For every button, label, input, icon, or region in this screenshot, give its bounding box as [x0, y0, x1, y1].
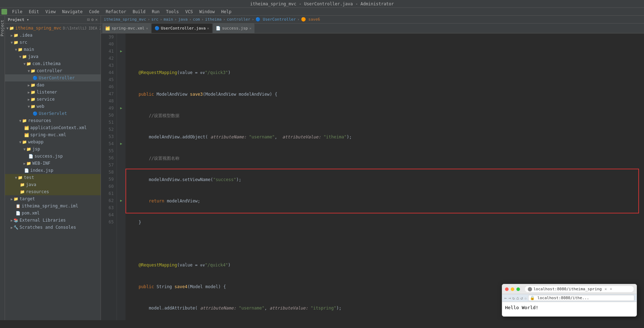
menu-item-edit[interactable]: Edit: [26, 9, 42, 15]
tree-label: com.itheima: [32, 61, 60, 66]
browser-back-btn[interactable]: ←: [504, 296, 507, 301]
tab-success-jsp[interactable]: 📄 success.jsp ✕: [213, 23, 254, 33]
browser-address-bar: ← → ↻ ⌂ ↺ ☆ 🔒 localhost:8080/ithe...: [502, 294, 637, 302]
tree-label: itheima_spring_mvc: [15, 26, 61, 31]
tree-item-dao[interactable]: ▶ 📁 dao: [5, 81, 101, 89]
menu-item-vcs[interactable]: VCS: [182, 9, 196, 15]
menu-item-navigate[interactable]: Navigate: [59, 9, 86, 15]
title-bar: itheima_spring_mvc - UserController.java…: [0, 0, 644, 8]
collapse-all-icon[interactable]: ⊟: [87, 17, 90, 22]
tab-close-success[interactable]: ✕: [249, 26, 251, 30]
line-num-57: 57: [102, 162, 114, 169]
gutter-run-49[interactable]: ▶: [117, 105, 125, 112]
tree-item-test[interactable]: ▼ 📁 test: [5, 174, 101, 181]
menu-item-refactor[interactable]: Refactor: [103, 9, 129, 15]
address-bar-input[interactable]: 🔒 localhost:8080/ithe...: [528, 295, 634, 301]
menu-item-file[interactable]: File: [9, 9, 25, 15]
tree-item-controller[interactable]: ▼ 📁 controller: [5, 67, 101, 74]
java-tab-icon: 🔵: [155, 26, 160, 31]
settings-icon[interactable]: ⚙: [91, 17, 94, 22]
folder-icon: 📁: [22, 54, 27, 59]
browser-minimize-btn[interactable]: [511, 287, 514, 291]
tree-item-jsp-folder[interactable]: ▼ 📁 jsp: [5, 146, 101, 153]
browser-refresh-btn[interactable]: ↺: [520, 296, 523, 301]
test-java-folder-icon: 📁: [20, 182, 25, 187]
tree-item-main[interactable]: ▼ 📁 main: [5, 46, 101, 53]
tree-item-test-java[interactable]: 📁 java: [5, 181, 101, 188]
menu-item-tools[interactable]: Tools: [163, 9, 182, 15]
browser-tab-close[interactable]: ✕: [605, 287, 607, 291]
browser-new-tab[interactable]: +: [610, 287, 612, 291]
breadcrumb-src[interactable]: src: [151, 17, 159, 22]
tree-item-indexjsp[interactable]: 📄 index.jsp: [5, 167, 101, 174]
left-tabs: Project: [0, 16, 5, 320]
code-editor[interactable]: @RequestMapping(value = ⊙∨"/quick3") pub…: [125, 33, 644, 320]
arrow-icon: ▶: [28, 83, 30, 87]
browser-reload-btn[interactable]: ↻: [512, 296, 515, 301]
breadcrumb-com[interactable]: com: [193, 17, 200, 22]
gutter-run-41[interactable]: ▶: [117, 48, 125, 55]
tree-item-com-itheima[interactable]: ▼ 📁 com.itheima: [5, 60, 101, 67]
menu-item-view[interactable]: View: [43, 9, 59, 15]
java-file-icon: 🔵: [33, 76, 38, 80]
menu-item-help[interactable]: Help: [218, 9, 234, 15]
tab-spring-mvc-xml[interactable]: 🗂️ spring-mvc.xml ✕: [102, 23, 151, 33]
tree-item-src[interactable]: ▼ 📁 src: [5, 39, 101, 46]
browser-home-btn[interactable]: ⌂: [516, 296, 519, 301]
breadcrumb-controller[interactable]: controller: [227, 17, 250, 22]
folder-icon: 📁: [22, 140, 27, 144]
gutter-run-54[interactable]: ▶: [117, 140, 125, 147]
tree-item-idea[interactable]: ▶ 📁 .idea: [5, 32, 101, 39]
tree-item-webinf[interactable]: ▶ 📁 WEB-INF: [5, 160, 101, 167]
menu-item-run[interactable]: Run: [149, 9, 162, 15]
tab-close-spring-mvc[interactable]: ✕: [146, 26, 148, 30]
tree-label: resources: [28, 118, 51, 123]
browser-forward-btn[interactable]: →: [508, 296, 511, 301]
tree-item-springmvc[interactable]: 🗂️ spring-mvc.xml: [5, 131, 101, 138]
menu-item-build[interactable]: Build: [130, 9, 148, 15]
tree-item-scratches[interactable]: ▶ 🔧 Scratches and Consoles: [5, 224, 101, 231]
browser-star-btn[interactable]: ☆: [524, 296, 527, 301]
gutter-50: [117, 112, 125, 119]
tree-item-root[interactable]: ▼ 📁 itheima_spring_mvc D:\IntelliJ IDEA …: [5, 25, 101, 32]
tree-item-test-resources[interactable]: 📁 resources: [5, 188, 101, 195]
breadcrumb-main[interactable]: main: [163, 17, 173, 22]
tree-item-external-libs[interactable]: ▶ 📚 External Libraries: [5, 217, 101, 224]
close-panel-icon[interactable]: ✕: [95, 17, 98, 22]
tab-close-usercontroller[interactable]: ✕: [207, 26, 209, 30]
tree-item-usercontroller[interactable]: 🔵 UserController: [5, 74, 101, 81]
tree-item-java[interactable]: ▼ 📁 java: [5, 53, 101, 60]
tree-item-iml[interactable]: 📋 itheima_spring_mvc.iml: [5, 202, 101, 210]
tree-label: main: [24, 47, 34, 52]
project-vertical-tab[interactable]: Project: [0, 17, 5, 39]
line-num-53: 53: [102, 133, 114, 140]
browser-maximize-btn[interactable]: [516, 287, 520, 291]
tree-item-resources[interactable]: ▼ 📁 resources: [5, 117, 101, 124]
tree-item-web[interactable]: ▼ 📁 web: [5, 103, 101, 110]
line-num-60: 60: [102, 183, 114, 190]
line-num-46: 46: [102, 83, 114, 90]
gutter-run-62[interactable]: ▶: [117, 197, 125, 204]
tab-usercontroller-java[interactable]: 🔵 UserController.java ✕: [152, 23, 212, 33]
line-num-44: 44: [102, 69, 114, 76]
arrow-icon: ▼: [23, 147, 26, 151]
tree-item-target[interactable]: ▶ 📁 target: [5, 195, 101, 202]
tree-item-listener[interactable]: ▶ 📁 listener: [5, 89, 101, 96]
arrow-icon: ▼: [28, 105, 30, 109]
menu-item-code[interactable]: Code: [86, 9, 102, 15]
breadcrumb-project[interactable]: itheima_spring_mvc: [104, 17, 146, 22]
tree-label: listener: [37, 90, 57, 95]
tree-item-successjsp[interactable]: 📄 success.jsp: [5, 153, 101, 160]
tree-item-webapp[interactable]: ▼ 📁 webapp: [5, 138, 101, 146]
breadcrumb-save6[interactable]: 🟠 save6: [301, 17, 320, 22]
menu-item-window[interactable]: Window: [197, 9, 218, 15]
browser-close-btn[interactable]: [505, 287, 509, 291]
tree-item-pomxml[interactable]: 📄 pom.xml: [5, 210, 101, 217]
tree-item-appcontext[interactable]: 🗂️ applicationContext.xml: [5, 124, 101, 131]
tree-item-userservlet[interactable]: 🔵 UserServlet: [5, 110, 101, 117]
gutter-61: [117, 190, 125, 197]
breadcrumb-usercontroller[interactable]: 🔵 UserController: [256, 17, 296, 22]
breadcrumb-itheima[interactable]: itheima: [205, 17, 221, 22]
breadcrumb-java[interactable]: java: [178, 17, 188, 22]
tree-item-service[interactable]: ▶ 📁 service: [5, 96, 101, 103]
